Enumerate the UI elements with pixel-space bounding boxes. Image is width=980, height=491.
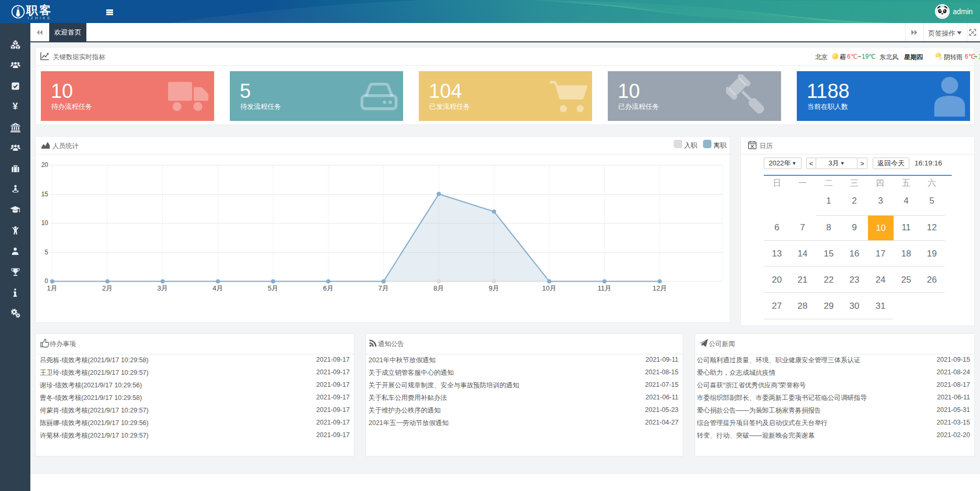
svg-text:2月: 2月 (102, 284, 113, 292)
svg-text:3月: 3月 (158, 284, 168, 292)
svg-text:10月: 10月 (542, 284, 556, 292)
svg-text:4月: 4月 (213, 284, 223, 292)
svg-text:12月: 12月 (652, 284, 666, 292)
svg-text:9月: 9月 (489, 284, 499, 292)
svg-text:7月: 7月 (378, 284, 389, 292)
svg-text:0: 0 (44, 277, 48, 285)
svg-text:11月: 11月 (597, 284, 611, 292)
svg-text:10: 10 (41, 219, 49, 227)
svg-text:20: 20 (41, 161, 49, 169)
svg-text:15: 15 (41, 191, 49, 198)
svg-text:6月: 6月 (323, 284, 333, 292)
svg-text:5月: 5月 (268, 284, 279, 292)
svg-text:8月: 8月 (433, 284, 444, 292)
svg-text:1月: 1月 (47, 284, 58, 292)
svg-text:5: 5 (44, 249, 48, 256)
